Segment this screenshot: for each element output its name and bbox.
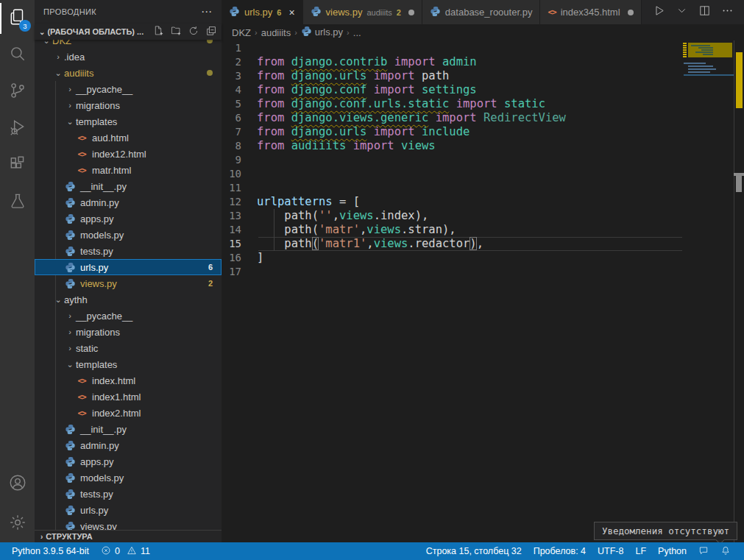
scrollbar[interactable] [734, 40, 744, 542]
code-line-11[interactable]: 11 [222, 181, 682, 195]
code-line-17[interactable]: 17 [222, 265, 682, 279]
tab-index345-html[interactable]: <>index345.html [540, 0, 641, 24]
python-file-icon [64, 213, 76, 224]
tree-folder-templates[interactable]: ⌄templates [35, 113, 222, 130]
activitybar-account[interactable] [0, 466, 35, 503]
scrollbar-thumb[interactable] [736, 176, 742, 192]
chevron-down-icon[interactable] [676, 4, 688, 20]
activitybar-run-debug[interactable] [0, 110, 35, 147]
breadcrumb-item[interactable]: urls.py [301, 26, 343, 39]
tree-file-matr-html[interactable]: <>matr.html [35, 162, 222, 178]
tree-file-models-py[interactable]: models.py [35, 469, 222, 486]
activitybar-search[interactable] [0, 37, 35, 74]
play-icon[interactable] [653, 4, 665, 20]
code-line-2[interactable]: 2from django.contrib import admin [222, 55, 682, 69]
tree-folder-migrations[interactable]: ›migrations [35, 324, 222, 340]
activitybar-testing[interactable] [0, 184, 35, 221]
tab-views-py[interactable]: views.pyaudiiits2 [303, 0, 422, 24]
activitybar-settings[interactable] [0, 506, 35, 542]
tree-file-apps-py[interactable]: apps.py [35, 210, 222, 227]
code-line-8[interactable]: 8from audiiits import views [222, 139, 682, 153]
tab-urls-py[interactable]: urls.py6× [222, 0, 303, 24]
breadcrumb-item[interactable]: DKZ [232, 27, 251, 38]
modified-dot-icon[interactable] [408, 10, 414, 15]
code-line-3[interactable]: 3from django.urls import path [222, 69, 682, 83]
activitybar-explorer[interactable]: 3 [0, 0, 35, 37]
code-line-12[interactable]: 12urlpatterns = [ [222, 195, 682, 209]
code-line-4[interactable]: 4from django.conf import settings [222, 83, 682, 97]
encoding[interactable]: UTF-8 [592, 546, 629, 556]
new-folder-icon[interactable] [170, 25, 182, 38]
language-mode[interactable]: Python [652, 546, 692, 556]
minimap-current-line [684, 74, 734, 76]
code-line-6[interactable]: 6from django.views.generic import Redire… [222, 111, 682, 125]
tree-folder--pycache-[interactable]: ›__pycache__ [35, 308, 222, 324]
line-number: 2 [222, 55, 257, 69]
split-icon[interactable] [698, 4, 711, 20]
tree-file-views-py[interactable]: views.py2 [35, 275, 222, 291]
eol[interactable]: LF [629, 546, 652, 556]
tree-file-views-py[interactable]: views.py [35, 518, 222, 530]
tree-folder-templates[interactable]: ⌄templates [35, 356, 222, 372]
code-line-16[interactable]: 16] [222, 251, 682, 265]
tree-file-tests-py[interactable]: tests.py [35, 486, 222, 502]
collapse-all-icon[interactable] [205, 25, 217, 38]
indentation[interactable]: Пробелов: 4 [528, 546, 592, 556]
tree-file-urls-py[interactable]: urls.py6 [35, 259, 222, 275]
code-line-15[interactable]: 15 path('matr1',views.redactor), [222, 237, 682, 251]
sidebar-more-icon[interactable]: ⋯ [201, 5, 213, 18]
tree-folder--pycache-[interactable]: ›__pycache__ [35, 81, 222, 97]
new-file-icon[interactable] [152, 25, 164, 38]
tree-file--init-py[interactable]: __init__.py [35, 178, 222, 194]
notifications-button[interactable] [715, 545, 737, 558]
tree-file-index12-html[interactable]: <>index12.html [35, 146, 222, 162]
tree-folder-dkz[interactable]: ⌄DKZ [35, 40, 222, 49]
tree-folder-audiiits[interactable]: ⌄audiiits [35, 65, 222, 81]
code-line-7[interactable]: 7from django.urls import include [222, 125, 682, 139]
code-line-1[interactable]: 1 [222, 41, 682, 55]
tree-file-index-html[interactable]: <>index.html [35, 372, 222, 389]
activitybar-source-control[interactable] [0, 74, 35, 110]
problems-status[interactable]: 011 [95, 542, 156, 560]
python-interpreter[interactable]: Python 3.9.5 64-bit [6, 542, 95, 560]
code-line-5[interactable]: 5from django.conf.urls.static import sta… [222, 97, 682, 111]
tree-file--init-py[interactable]: __init__.py [35, 421, 222, 437]
chevron-down-icon: ⌄ [39, 28, 45, 36]
tree-file-admin-py[interactable]: admin.py [35, 194, 222, 210]
modified-dot-icon [207, 70, 213, 76]
code-line-10[interactable]: 10 [222, 167, 682, 181]
editor-actions [642, 0, 744, 24]
minimap[interactable] [682, 40, 734, 542]
tree-file-models-py[interactable]: models.py [35, 227, 222, 243]
code-line-9[interactable]: 9 [222, 153, 682, 167]
close-icon[interactable]: × [288, 7, 294, 18]
chevron-right-icon: › [64, 311, 76, 320]
tree-file-index1-html[interactable]: <>index1.html [35, 389, 222, 405]
cursor-position[interactable]: Строка 15, столбец 32 [420, 546, 528, 556]
breadcrumb-item[interactable]: audiiits [261, 27, 291, 38]
code-editor[interactable]: 12from django.contrib import admin3from … [222, 40, 744, 542]
modified-dot-icon[interactable] [628, 10, 634, 15]
refresh-icon[interactable] [188, 25, 199, 38]
tree-folder-aythh[interactable]: ⌄aythh [35, 291, 222, 308]
tree-item-label: tests.py [80, 489, 113, 500]
tree-file-aud-html[interactable]: <>aud.html [35, 130, 222, 146]
tree-file-tests-py[interactable]: tests.py [35, 243, 222, 259]
tree-folder-migrations[interactable]: ›migrations [35, 97, 222, 113]
tab-database-roouter-py[interactable]: database_roouter.py [422, 0, 541, 24]
activitybar-extensions[interactable] [0, 147, 35, 184]
tree-file-apps-py[interactable]: apps.py [35, 453, 222, 469]
workspace-section-header[interactable]: ⌄ (РАБОЧАЯ ОБЛАСТЬ) ... [35, 24, 222, 40]
tree-file-index2-html[interactable]: <>index2.html [35, 405, 222, 421]
tree-folder-static[interactable]: ›static [35, 340, 222, 356]
feedback-button[interactable] [692, 545, 715, 558]
tree-folder--idea[interactable]: ›.idea [35, 49, 222, 65]
tree-file-admin-py[interactable]: admin.py [35, 437, 222, 453]
breadcrumb-item[interactable]: ... [353, 27, 361, 38]
indentation-label: Пробелов: 4 [534, 546, 586, 556]
code-line-13[interactable]: 13 path('',views.index), [222, 209, 682, 223]
tree-file-urls-py[interactable]: urls.py [35, 502, 222, 518]
code-line-14[interactable]: 14 path('matr',views.stran), [222, 223, 682, 237]
outline-section-header[interactable]: › СТРУКТУРА [35, 530, 222, 542]
ellipsis-icon[interactable] [721, 4, 734, 20]
